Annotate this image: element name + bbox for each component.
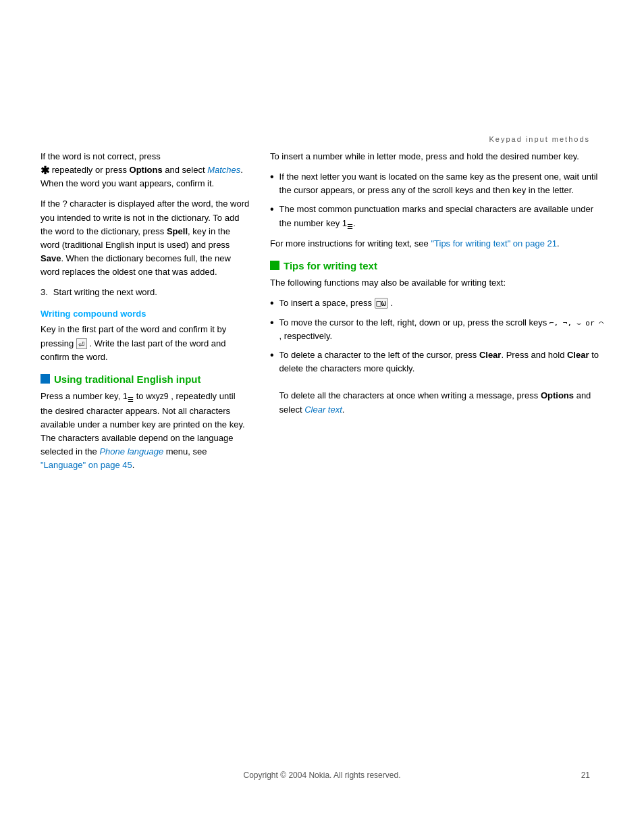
- para-question-mark: If the ? character is displayed after th…: [41, 197, 250, 279]
- wxyz9-key: wxyz9: [146, 392, 168, 401]
- tips-heading: Tips for writing text: [270, 260, 603, 271]
- compound-words-heading: Writing compound words: [41, 309, 250, 319]
- right-bullet-list-1: If the next letter you want is located o…: [270, 170, 603, 232]
- page: Keypad input methods If the word is not …: [0, 0, 644, 834]
- chapter-title: Keypad input methods: [489, 135, 590, 143]
- tips-bullet-3: To delete a character to the left of the…: [270, 348, 603, 417]
- tips-bullet-2: To move the cursor to the left, right, d…: [270, 316, 603, 343]
- para-word-correct: If the word is not correct, press ✱ repe…: [41, 150, 250, 190]
- page-number: 21: [581, 771, 590, 780]
- more-instructions: For more instructions for writing text, …: [270, 237, 603, 251]
- blue-square-icon: [41, 374, 50, 384]
- scroll-keys-icons: ⌐, ¬, ⌣ or ⌒: [549, 319, 603, 328]
- compound-words-text: Key in the first part of the word and co…: [41, 323, 250, 363]
- right-column: To insert a number while in letter mode,…: [270, 150, 603, 479]
- scroll-key-icon: ⏎: [76, 338, 87, 349]
- trad-english-text: Press a number key, 1☰ to wxyz9 , repeat…: [41, 390, 250, 473]
- tips-intro: The following functions may also be avai…: [270, 276, 603, 290]
- left-column: If the word is not correct, press ✱ repe…: [41, 150, 250, 479]
- key-subscript: ☰: [128, 395, 134, 402]
- tips-bullet-1: To insert a space, press □ω .: [270, 296, 603, 311]
- tips-bullet-list: To insert a space, press □ω . To move th…: [270, 296, 603, 417]
- asterisk-icon: ✱: [41, 165, 49, 176]
- bullet-item-2: The most common punctuation marks and sp…: [270, 203, 603, 231]
- content-area: If the word is not correct, press ✱ repe…: [0, 150, 644, 479]
- footer: Copyright © 2004 Nokia. All rights reser…: [0, 771, 644, 780]
- trad-english-heading: Using traditional English input: [41, 373, 250, 385]
- step-3: 3. Start writing the next word.: [41, 286, 250, 299]
- green-square-icon: [270, 261, 279, 270]
- copyright: Copyright © 2004 Nokia. All rights reser…: [0, 771, 644, 780]
- insert-number-text: To insert a number while in letter mode,…: [270, 150, 603, 163]
- space-key-icon: □ω: [375, 298, 388, 309]
- chapter-header: Keypad input methods: [0, 0, 644, 150]
- key-1-subscript: ☰: [347, 222, 353, 230]
- bullet-item-1: If the next letter you want is located o…: [270, 170, 603, 197]
